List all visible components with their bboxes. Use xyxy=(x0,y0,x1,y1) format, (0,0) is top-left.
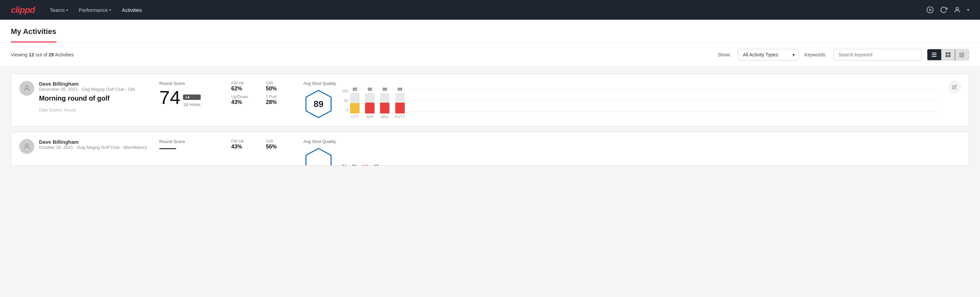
svg-rect-5 xyxy=(932,54,937,55)
list-detailed-view-button[interactable] xyxy=(955,49,969,60)
bar-arg: 89 ARG xyxy=(380,87,390,119)
refresh-icon[interactable] xyxy=(940,6,947,14)
stats-section: FW Hit 62% GIR 50% Up/Down 43% 1 Putt 28… xyxy=(231,81,293,105)
hexagon-score: 89 xyxy=(314,99,324,109)
svg-rect-16 xyxy=(961,55,964,56)
teams-chevron-icon: ▾ xyxy=(66,8,68,12)
score-badge: +4 xyxy=(183,94,200,100)
bar-putt: 89 PUTT xyxy=(395,87,405,119)
svg-rect-15 xyxy=(961,54,964,55)
card-info: Dave Billingham December 05, 2021 · Gog … xyxy=(39,81,148,112)
quality-hexagon: 89 xyxy=(303,89,334,119)
performance-chevron-icon: ▾ xyxy=(109,8,111,12)
view-toggle xyxy=(927,49,969,61)
quality-content: Avg Shot Quality 89 100 50 xyxy=(303,81,937,119)
card-date: October 16, 2021 · Gog Magog Golf Club -… xyxy=(39,145,148,150)
viewing-count-text: Viewing 12 out of 29 Activities xyxy=(11,52,74,57)
page-header: My Activities xyxy=(0,20,980,43)
bar-app-2: 82 xyxy=(352,164,356,166)
svg-rect-11 xyxy=(959,53,961,54)
main-nav: clippd Teams ▾ Performance ▾ Activities … xyxy=(0,0,980,20)
activity-type-wrapper[interactable]: All Activity Types xyxy=(738,49,799,61)
card-left: Dave Billingham October 16, 2021 · Gog M… xyxy=(19,139,148,154)
avatar xyxy=(19,139,34,154)
card-info: Dave Billingham October 16, 2021 · Gog M… xyxy=(39,139,148,153)
svg-point-22 xyxy=(25,144,28,147)
activity-card: Dave Billingham December 05, 2021 · Gog … xyxy=(11,74,969,126)
bar-chart-container: 100 50 0 xyxy=(342,89,937,119)
round-score-label: Round Score xyxy=(159,81,220,86)
svg-rect-18 xyxy=(961,56,964,56)
card-left: Dave Billingham December 05, 2021 · Gog … xyxy=(19,81,148,112)
bar-chart-container: 94 82 106 87 xyxy=(342,155,961,166)
stat-updown: Up/Down 43% xyxy=(231,94,258,105)
filter-bar: Viewing 12 out of 29 Activities Show: Al… xyxy=(0,43,980,67)
nav-activities[interactable]: Activities xyxy=(122,1,142,19)
svg-rect-8 xyxy=(948,52,950,54)
svg-rect-6 xyxy=(932,56,937,57)
stats-grid: FW Hit 62% GIR 50% Up/Down 43% 1 Putt 28… xyxy=(231,81,293,105)
stat-gir: GIR 50% xyxy=(266,81,293,92)
score-holes: 18 Holes xyxy=(183,102,200,107)
page-title: My Activities xyxy=(11,20,56,43)
quality-label: Avg Shot Quality xyxy=(303,139,961,144)
player-name: Dave Billingham xyxy=(39,81,148,87)
bar-app: 90 APP xyxy=(365,87,375,119)
stat-fw-hit: FW Hit 43% xyxy=(231,139,258,150)
quality-section: Avg Shot Quality 89 100 50 xyxy=(303,81,937,119)
score-detail: +4 18 Holes xyxy=(183,94,200,107)
bar-arg-2: 106 xyxy=(362,164,369,166)
edit-button[interactable] xyxy=(948,81,961,93)
user-chevron-icon: ▾ xyxy=(967,8,969,12)
activity-card: Dave Billingham October 16, 2021 · Gog M… xyxy=(11,132,969,166)
activities-content: Dave Billingham December 05, 2021 · Gog … xyxy=(0,67,980,178)
stat-1putt: 1 Putt 28% xyxy=(266,94,293,105)
bar-ott-2: 94 xyxy=(342,164,346,166)
bar-putt-2: 87 xyxy=(374,164,379,166)
quality-content: Avg Shot Quality 94 82 xyxy=(303,139,961,166)
score-section: Round Score 74 +4 18 Holes xyxy=(159,81,220,107)
card-date: December 05, 2021 · Gog Magog Golf Club … xyxy=(39,87,148,92)
stat-fw-hit: FW Hit 62% xyxy=(231,81,258,92)
data-source: Data Source: Arccos xyxy=(39,108,148,112)
round-score-label: Round Score xyxy=(159,139,220,144)
viewing-total: 29 xyxy=(49,52,54,57)
score-section: Round Score xyxy=(159,139,220,149)
activity-type-select[interactable]: All Activity Types xyxy=(738,49,799,61)
svg-rect-12 xyxy=(961,53,964,53)
quality-section: Avg Shot Quality 94 82 xyxy=(303,139,961,166)
user-icon[interactable] xyxy=(953,6,961,14)
player-name: Dave Billingham xyxy=(39,139,148,145)
nav-performance[interactable]: Performance ▾ xyxy=(79,1,111,19)
svg-rect-13 xyxy=(961,54,964,54)
score-main: 74 +4 18 Holes xyxy=(159,88,220,107)
score-number: 74 xyxy=(159,88,180,107)
keywords-label: Keywords: xyxy=(805,52,827,57)
svg-point-20 xyxy=(25,86,28,88)
list-dense-view-button[interactable] xyxy=(928,49,941,60)
quality-label: Avg Shot Quality xyxy=(303,81,937,86)
round-title: Morning round of golf xyxy=(39,94,148,102)
nav-teams[interactable]: Teams ▾ xyxy=(50,1,68,19)
svg-rect-19 xyxy=(961,57,964,57)
svg-rect-9 xyxy=(946,55,948,57)
nav-actions: ▾ xyxy=(926,6,969,14)
logo[interactable]: clippd xyxy=(11,5,35,15)
stat-gir: GIR 56% xyxy=(266,139,293,150)
svg-marker-23 xyxy=(306,148,331,166)
show-label: Show: xyxy=(718,52,731,57)
svg-rect-14 xyxy=(959,54,961,55)
quality-hexagon xyxy=(303,147,334,166)
search-input[interactable] xyxy=(833,49,921,61)
stats-section: FW Hit 43% GIR 56% xyxy=(231,139,293,150)
bar-ott: 85 OTT xyxy=(350,87,360,119)
svg-rect-17 xyxy=(959,56,961,57)
svg-rect-4 xyxy=(932,53,937,53)
svg-rect-7 xyxy=(946,52,948,54)
svg-rect-10 xyxy=(948,55,950,57)
svg-point-3 xyxy=(956,8,958,10)
viewing-count: 12 xyxy=(29,52,34,57)
stats-grid: FW Hit 43% GIR 56% xyxy=(231,139,293,150)
add-icon[interactable] xyxy=(926,6,934,14)
grid-view-button[interactable] xyxy=(941,49,955,60)
